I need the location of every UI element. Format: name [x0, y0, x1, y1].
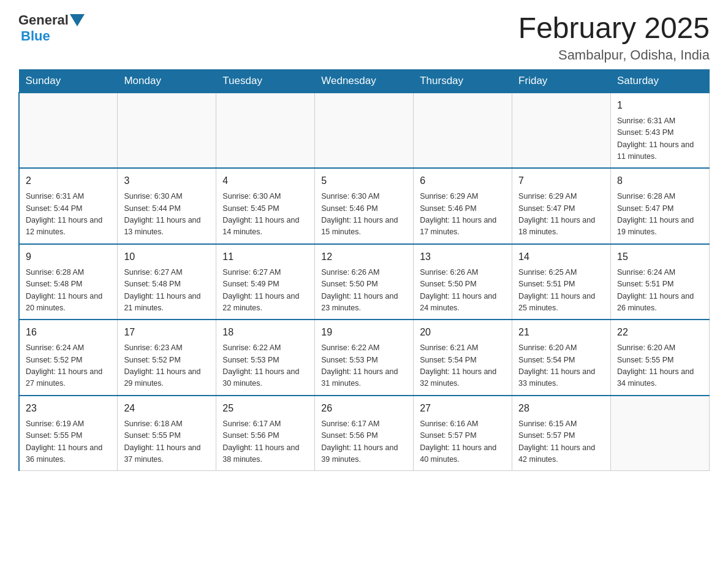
calendar-cell: 24Sunrise: 6:18 AM Sunset: 5:55 PM Dayli…: [118, 396, 216, 471]
day-number: 12: [321, 250, 407, 264]
day-number: 18: [222, 325, 308, 340]
day-info: Sunrise: 6:23 AM Sunset: 5:52 PM Dayligh…: [124, 342, 210, 390]
calendar-cell: 22Sunrise: 6:20 AM Sunset: 5:55 PM Dayli…: [611, 320, 710, 396]
calendar-cell: [19, 93, 118, 169]
day-number: 19: [321, 325, 407, 340]
day-number: 11: [222, 250, 308, 264]
page-header: General Blue February 2025 Sambalpur, Od…: [18, 12, 710, 63]
day-number: 15: [617, 250, 703, 264]
calendar-week-row: 9Sunrise: 6:28 AM Sunset: 5:48 PM Daylig…: [19, 244, 710, 320]
day-info: Sunrise: 6:24 AM Sunset: 5:52 PM Dayligh…: [26, 342, 111, 390]
day-info: Sunrise: 6:29 AM Sunset: 5:46 PM Dayligh…: [420, 191, 506, 239]
day-info: Sunrise: 6:21 AM Sunset: 5:54 PM Dayligh…: [420, 342, 506, 390]
col-thursday: Thursday: [414, 69, 512, 93]
calendar-cell: 27Sunrise: 6:16 AM Sunset: 5:57 PM Dayli…: [414, 396, 512, 471]
day-number: 24: [124, 401, 210, 416]
day-info: Sunrise: 6:24 AM Sunset: 5:51 PM Dayligh…: [617, 267, 703, 315]
calendar-cell: 11Sunrise: 6:27 AM Sunset: 5:49 PM Dayli…: [216, 244, 315, 320]
logo-blue-text: Blue: [21, 28, 85, 44]
day-number: 14: [518, 250, 604, 264]
calendar-cell: [611, 396, 710, 471]
calendar-cell: 19Sunrise: 6:22 AM Sunset: 5:53 PM Dayli…: [315, 320, 414, 396]
day-number: 26: [321, 401, 407, 416]
calendar-cell: 3Sunrise: 6:30 AM Sunset: 5:44 PM Daylig…: [118, 168, 216, 244]
day-info: Sunrise: 6:28 AM Sunset: 5:47 PM Dayligh…: [617, 191, 703, 239]
day-number: 27: [420, 401, 506, 416]
calendar-cell: 16Sunrise: 6:24 AM Sunset: 5:52 PM Dayli…: [19, 320, 118, 396]
day-info: Sunrise: 6:15 AM Sunset: 5:57 PM Dayligh…: [518, 418, 604, 466]
calendar-cell: 1Sunrise: 6:31 AM Sunset: 5:43 PM Daylig…: [611, 93, 710, 169]
logo: General Blue: [18, 12, 85, 44]
day-number: 10: [124, 250, 210, 264]
day-number: 8: [617, 174, 703, 188]
day-number: 28: [518, 401, 604, 416]
calendar-week-row: 1Sunrise: 6:31 AM Sunset: 5:43 PM Daylig…: [19, 93, 710, 169]
calendar-table: Sunday Monday Tuesday Wednesday Thursday…: [18, 69, 710, 472]
calendar-cell: [118, 93, 216, 169]
calendar-cell: [315, 93, 414, 169]
day-number: 23: [26, 401, 111, 416]
calendar-cell: 13Sunrise: 6:26 AM Sunset: 5:50 PM Dayli…: [414, 244, 512, 320]
day-number: 1: [617, 98, 703, 113]
calendar-cell: 25Sunrise: 6:17 AM Sunset: 5:56 PM Dayli…: [216, 396, 315, 471]
day-info: Sunrise: 6:30 AM Sunset: 5:44 PM Dayligh…: [124, 191, 210, 239]
day-info: Sunrise: 6:22 AM Sunset: 5:53 PM Dayligh…: [222, 342, 308, 390]
day-number: 7: [518, 174, 604, 188]
calendar-cell: 8Sunrise: 6:28 AM Sunset: 5:47 PM Daylig…: [611, 168, 710, 244]
calendar-cell: 17Sunrise: 6:23 AM Sunset: 5:52 PM Dayli…: [118, 320, 216, 396]
calendar-cell: 20Sunrise: 6:21 AM Sunset: 5:54 PM Dayli…: [414, 320, 512, 396]
calendar-week-row: 2Sunrise: 6:31 AM Sunset: 5:44 PM Daylig…: [19, 168, 710, 244]
calendar-week-row: 16Sunrise: 6:24 AM Sunset: 5:52 PM Dayli…: [19, 320, 710, 396]
day-info: Sunrise: 6:30 AM Sunset: 5:46 PM Dayligh…: [321, 191, 407, 239]
col-friday: Friday: [512, 69, 611, 93]
day-info: Sunrise: 6:17 AM Sunset: 5:56 PM Dayligh…: [222, 418, 308, 466]
day-number: 4: [222, 174, 308, 188]
day-info: Sunrise: 6:27 AM Sunset: 5:48 PM Dayligh…: [124, 267, 210, 315]
day-number: 9: [26, 250, 111, 264]
day-info: Sunrise: 6:31 AM Sunset: 5:44 PM Dayligh…: [26, 191, 111, 239]
day-number: 13: [420, 250, 506, 264]
day-number: 5: [321, 174, 407, 188]
day-number: 6: [420, 174, 506, 188]
calendar-cell: 12Sunrise: 6:26 AM Sunset: 5:50 PM Dayli…: [315, 244, 414, 320]
day-info: Sunrise: 6:17 AM Sunset: 5:56 PM Dayligh…: [321, 418, 407, 466]
day-info: Sunrise: 6:27 AM Sunset: 5:49 PM Dayligh…: [222, 267, 308, 315]
day-info: Sunrise: 6:25 AM Sunset: 5:51 PM Dayligh…: [518, 267, 604, 315]
calendar-header: Sunday Monday Tuesday Wednesday Thursday…: [19, 69, 710, 93]
day-info: Sunrise: 6:28 AM Sunset: 5:48 PM Dayligh…: [26, 267, 111, 315]
day-info: Sunrise: 6:26 AM Sunset: 5:50 PM Dayligh…: [420, 267, 506, 315]
location-label: Sambalpur, Odisha, India: [518, 47, 710, 63]
day-info: Sunrise: 6:18 AM Sunset: 5:55 PM Dayligh…: [124, 418, 210, 466]
day-info: Sunrise: 6:26 AM Sunset: 5:50 PM Dayligh…: [321, 267, 407, 315]
day-number: 2: [26, 174, 111, 188]
month-title: February 2025: [518, 12, 710, 45]
day-info: Sunrise: 6:30 AM Sunset: 5:45 PM Dayligh…: [222, 191, 308, 239]
day-info: Sunrise: 6:19 AM Sunset: 5:55 PM Dayligh…: [26, 418, 111, 466]
logo-triangle-icon: [70, 14, 85, 26]
day-number: 17: [124, 325, 210, 340]
day-number: 20: [420, 325, 506, 340]
calendar-cell: 10Sunrise: 6:27 AM Sunset: 5:48 PM Dayli…: [118, 244, 216, 320]
calendar-cell: 5Sunrise: 6:30 AM Sunset: 5:46 PM Daylig…: [315, 168, 414, 244]
calendar-cell: 7Sunrise: 6:29 AM Sunset: 5:47 PM Daylig…: [512, 168, 611, 244]
calendar-cell: 26Sunrise: 6:17 AM Sunset: 5:56 PM Dayli…: [315, 396, 414, 471]
calendar-cell: 14Sunrise: 6:25 AM Sunset: 5:51 PM Dayli…: [512, 244, 611, 320]
day-number: 3: [124, 174, 210, 188]
logo-general-text: General: [18, 12, 69, 28]
day-info: Sunrise: 6:29 AM Sunset: 5:47 PM Dayligh…: [518, 191, 604, 239]
calendar-body: 1Sunrise: 6:31 AM Sunset: 5:43 PM Daylig…: [19, 93, 710, 471]
day-number: 22: [617, 325, 703, 340]
day-info: Sunrise: 6:31 AM Sunset: 5:43 PM Dayligh…: [617, 115, 703, 163]
day-info: Sunrise: 6:22 AM Sunset: 5:53 PM Dayligh…: [321, 342, 407, 390]
col-saturday: Saturday: [611, 69, 710, 93]
day-number: 25: [222, 401, 308, 416]
col-wednesday: Wednesday: [315, 69, 414, 93]
day-info: Sunrise: 6:16 AM Sunset: 5:57 PM Dayligh…: [420, 418, 506, 466]
calendar-cell: [414, 93, 512, 169]
day-info: Sunrise: 6:20 AM Sunset: 5:55 PM Dayligh…: [617, 342, 703, 390]
col-sunday: Sunday: [19, 69, 118, 93]
day-info: Sunrise: 6:20 AM Sunset: 5:54 PM Dayligh…: [518, 342, 604, 390]
day-number: 16: [26, 325, 111, 340]
calendar-cell: 15Sunrise: 6:24 AM Sunset: 5:51 PM Dayli…: [611, 244, 710, 320]
header-row: Sunday Monday Tuesday Wednesday Thursday…: [19, 69, 710, 93]
